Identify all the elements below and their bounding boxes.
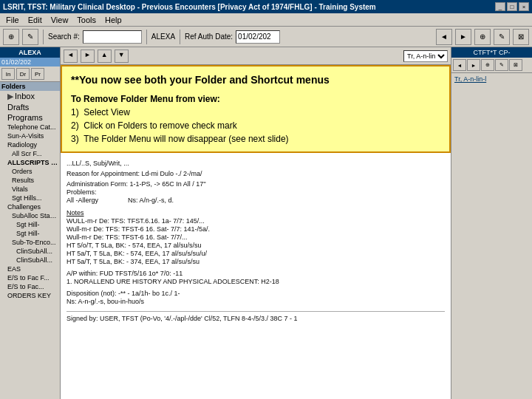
right-panel-header: CTFT*T CP-: [451, 47, 532, 58]
sidebar-item-vitals[interactable]: Vitals: [0, 185, 60, 194]
rp-btn-3[interactable]: ⊕: [481, 59, 494, 71]
window-controls[interactable]: _ □ ×: [495, 2, 529, 11]
doc-signature: Signed by: USER, TFST (Po-Vo, '4/.-/apl-…: [66, 311, 445, 322]
overlay-popup: **You now see both your Folder and Short…: [61, 65, 451, 153]
doc-line-reason-label: Reason for Appointment: Ld-mi Dulo -./ 2…: [66, 170, 445, 177]
sidebar-item-inbox[interactable]: ▶Inbox: [0, 91, 60, 102]
doc-note-5: HT 5a/T, T 5La, BK: - 574, EEA, 17 al/su…: [66, 250, 445, 257]
search-input[interactable]: [83, 30, 142, 44]
menu-edit[interactable]: Edit: [24, 15, 47, 25]
toolbar-add[interactable]: ⊕: [474, 29, 491, 45]
sidebar-btn-2[interactable]: Dr: [16, 68, 30, 80]
sidebar-item-subtoenco[interactable]: Sub-To-Enco...: [0, 238, 60, 247]
toolbar-close[interactable]: ⊠: [513, 29, 529, 45]
ct-btn-next[interactable]: ►: [81, 50, 95, 63]
doc-note-1: WULL-m-r De: TFS: TFST.6.16. 1a- 7/7: 14…: [66, 217, 445, 225]
toolbar-nav-prev[interactable]: ◄: [436, 29, 452, 45]
patient-label: ALEXA: [151, 33, 175, 41]
doc-notes-header: Notes: [66, 209, 445, 216]
sidebar-item-sgthill1[interactable]: Sgt Hill-: [0, 220, 60, 229]
doc-disposition-note: Ns: A-n-g/.-s, bou-in-huo/s: [66, 298, 445, 305]
toolbar-edit[interactable]: ✎: [494, 29, 510, 45]
ct-btn-prev[interactable]: ◄: [64, 50, 78, 63]
ct-btn-up[interactable]: ▲: [98, 50, 112, 63]
maximize-button[interactable]: □: [507, 2, 517, 11]
rp-btn-2[interactable]: ►: [467, 59, 480, 71]
menu-file[interactable]: File: [1, 15, 24, 25]
ct-btn-down[interactable]: ▼: [115, 50, 129, 63]
toolbar-divider-2: [146, 30, 147, 44]
sidebar-item-allscripts[interactable]: ALLSCRIPTS HD 1: [0, 158, 60, 167]
sidebar-item-drafts[interactable]: Drafts: [0, 102, 60, 112]
menu-help[interactable]: Help: [100, 15, 126, 25]
popup-body: To Remove Folder Menu from view: 1) Sele…: [71, 92, 440, 146]
doc-note-2: Wull-m-r De: TFS: TFST-6 16. Sat- 7/7: 1…: [66, 225, 445, 233]
sidebar-item-orderskey[interactable]: ORDERS KEY: [0, 291, 60, 300]
doc-line-header: ...LL/..S, Subj/Writ, ...: [66, 160, 445, 167]
sidebar-btn-inbox[interactable]: In: [1, 68, 15, 80]
sidebar-patient-header: ALEXA: [0, 47, 60, 58]
sidebar-item-eas[interactable]: EAS: [0, 265, 60, 273]
ct-select[interactable]: Tr, A-n-lin-l: [403, 50, 448, 62]
title-bar: LSRIT, TFST: Military Clinical Desktop -…: [0, 0, 532, 13]
sidebar-item-clinsuball1[interactable]: ClinSubAll...: [0, 247, 60, 256]
doc-line-admin: Administration Form: 1-1-PS, -> 65C In A…: [66, 180, 445, 188]
sidebar-item-challenges[interactable]: Challenges: [0, 202, 60, 211]
toolbar-icon-2[interactable]: ✎: [22, 29, 38, 45]
close-button[interactable]: ×: [519, 2, 529, 11]
rp-btn-4[interactable]: ✎: [495, 59, 508, 71]
minimize-button[interactable]: _: [495, 2, 505, 11]
popup-step3: 3) The Folder Menu will now disappear (s…: [71, 134, 289, 144]
search-label: Search #:: [48, 33, 80, 41]
right-panel: CTFT*T CP- ◄ ► ⊕ ✎ ⊠ Tr, A-n-lin-l: [451, 47, 532, 399]
content-area: ◄ ► ▲ ▼ Tr, A-n-lin-l **You now see both…: [61, 47, 451, 399]
rp-item-1[interactable]: Tr, A-n-lin-l: [453, 75, 531, 83]
toolbar-divider-3: [180, 30, 180, 44]
sidebar-item-estofac1[interactable]: E/S to Fac F...: [0, 273, 60, 282]
sidebar-toolbar: In Dr Pr: [0, 66, 60, 81]
popup-title: **You now see both your Folder and Short…: [71, 72, 440, 88]
sidebar-item-allscr[interactable]: All Scr F...: [0, 149, 60, 158]
sidebar-date-subheader: 01/02/202: [0, 58, 60, 66]
sidebar-item-suballoc[interactable]: SubAlloc Status: [0, 211, 60, 220]
popup-instruction: To Remove Folder Menu from view:: [71, 94, 220, 104]
doc-allergy-note: Ns: A/n-g/.-s, d.: [128, 197, 174, 204]
rp-btn-5[interactable]: ⊠: [509, 59, 522, 71]
date-input[interactable]: [236, 30, 280, 44]
menu-view[interactable]: View: [47, 15, 73, 25]
window-title: LSRIT, TFST: Military Clinical Desktop -…: [3, 3, 376, 11]
sidebar-item-programs[interactable]: Programs: [0, 112, 60, 123]
sidebar-item-telephone[interactable]: Telephone Cat...: [0, 123, 60, 132]
doc-problems-row: All -Allergy Ns: A/n-g/.-s, d.: [66, 197, 445, 205]
menu-tools[interactable]: Tools: [72, 15, 100, 25]
toolbar-icon-1[interactable]: ⊕: [3, 29, 19, 45]
top-toolbar: ⊕ ✎ Search #: ALEXA Ref Auth Date: ◄ ► ⊕…: [0, 27, 532, 47]
sidebar-item-results[interactable]: Results: [0, 176, 60, 185]
sidebar-item-radiology[interactable]: Radiology: [0, 140, 60, 149]
doc-diagnosis: 1. NORALLEND URE HISTORY AND PHYSICAL AD…: [66, 278, 445, 285]
rp-btn-1[interactable]: ◄: [453, 59, 466, 71]
sidebar-item-sun[interactable]: Sun-A-Visits: [0, 132, 60, 140]
sidebar-section-folders: Folders: [0, 81, 60, 91]
sidebar-item-estofac2[interactable]: E/S to Fac...: [0, 282, 60, 291]
sidebar-btn-3[interactable]: Pr: [31, 68, 44, 80]
menu-bar: File Edit View Tools Help: [0, 13, 532, 27]
doc-allergy: All -Allergy: [66, 197, 98, 204]
toolbar-nav-next[interactable]: ►: [455, 29, 471, 45]
sidebar: ALEXA 01/02/202 In Dr Pr Folders ▶Inbox …: [0, 47, 61, 399]
doc-line-problems: Problems:: [66, 188, 445, 196]
doc-note-3: Wull-m-r De: TFS: TFST-6 16. Sat- 7/7/..…: [66, 233, 445, 241]
sidebar-item-sgthills1[interactable]: Sgt Hills...: [0, 194, 60, 202]
document-area: **You now see both your Folder and Short…: [61, 65, 451, 399]
content-toolbar: ◄ ► ▲ ▼ Tr, A-n-lin-l: [61, 47, 451, 65]
main-area: ALEXA 01/02/202 In Dr Pr Folders ▶Inbox …: [0, 47, 532, 399]
sidebar-item-sgthill2[interactable]: Sgt Hill-: [0, 229, 60, 238]
sidebar-item-clinsuball2[interactable]: ClinSubAll...: [0, 256, 60, 265]
doc-note-4: HT 5/o/T, T 5La, BK: - 574, EEA, 17 al/s…: [66, 242, 445, 249]
popup-step2: 2) Click on Folders to remove check mark: [71, 120, 237, 131]
doc-note-6: HT 5a/T, T 5La, BK: - 374, EEA, 17 al/su…: [66, 258, 445, 265]
toolbar-divider-1: [43, 30, 44, 44]
sidebar-item-orders[interactable]: Orders: [0, 167, 60, 176]
doc-ap: A/P within: FUD TFST/5/16 1o* 7/0: -11: [66, 270, 445, 277]
date-label: Ref Auth Date:: [185, 33, 233, 41]
